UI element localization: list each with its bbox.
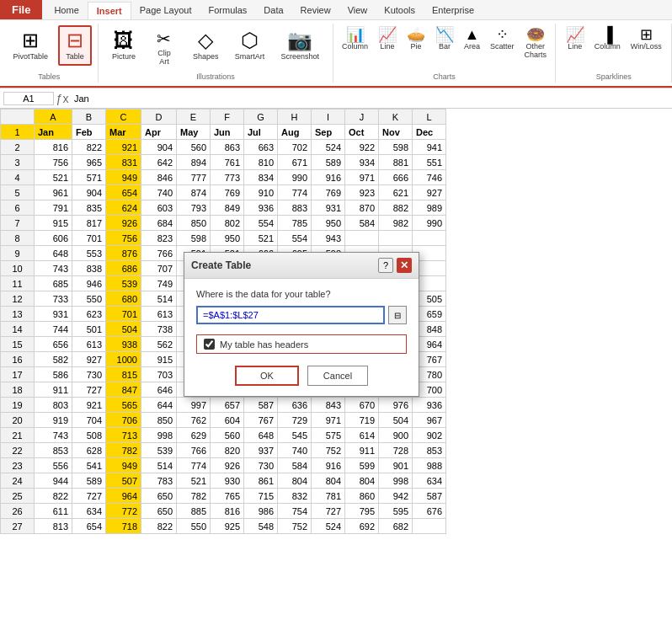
cell-21-7[interactable]: 648 [244, 428, 278, 443]
cell-4-9[interactable]: 916 [312, 170, 345, 185]
cell-8-9[interactable]: 943 [312, 231, 345, 246]
cell-21-3[interactable]: 713 [106, 428, 141, 443]
cell-3-11[interactable]: 881 [379, 155, 413, 170]
cell-5-10[interactable]: 923 [345, 185, 379, 200]
cell-10-3[interactable]: 686 [106, 261, 141, 276]
cell-5-11[interactable]: 621 [379, 185, 413, 200]
cell-2-11[interactable]: 598 [379, 140, 413, 155]
cell-27-12[interactable] [413, 519, 446, 534]
cell-5-2[interactable]: 904 [72, 185, 106, 200]
cell-19-12[interactable]: 936 [413, 398, 446, 413]
tab-data[interactable]: Data [255, 2, 291, 19]
cell-26-10[interactable]: 795 [345, 504, 379, 519]
cell-6-2[interactable]: 835 [72, 200, 106, 216]
cell-6-4[interactable]: 603 [141, 200, 177, 216]
cell-2-4[interactable]: 904 [141, 140, 177, 155]
cell-7-12[interactable]: 990 [413, 216, 446, 231]
tab-home[interactable]: Home [45, 2, 87, 19]
table-button[interactable]: ⊟ Table [58, 25, 92, 66]
cell-20-9[interactable]: 971 [312, 413, 345, 428]
cell-12-4[interactable]: 514 [141, 291, 177, 307]
cell-21-2[interactable]: 508 [72, 428, 106, 443]
cell-19-7[interactable]: 587 [244, 398, 278, 413]
cell-21-5[interactable]: 629 [177, 428, 211, 443]
cell-24-10[interactable]: 804 [345, 473, 379, 489]
cell-22-2[interactable]: 628 [72, 443, 106, 458]
cell-5-3[interactable]: 654 [106, 185, 141, 200]
col-header-c[interactable]: C [106, 110, 141, 125]
cell-21-10[interactable]: 614 [345, 428, 379, 443]
cell-24-9[interactable]: 804 [312, 473, 345, 489]
cell-3-5[interactable]: 894 [177, 155, 211, 170]
cell-6-1[interactable]: 791 [35, 200, 72, 216]
cell-13-1[interactable]: 931 [35, 307, 72, 322]
cell-27-1[interactable]: 813 [35, 519, 72, 534]
col-header-f[interactable]: F [211, 110, 244, 125]
cell-19-5[interactable]: 997 [177, 398, 211, 413]
bar-chart-button[interactable]: 📉 Bar [432, 25, 457, 52]
cell-14-1[interactable]: 744 [35, 322, 72, 337]
col-header-k[interactable]: K [379, 110, 413, 125]
cell-25-5[interactable]: 782 [177, 489, 211, 504]
cell-8-8[interactable]: 554 [278, 231, 312, 246]
tab-review[interactable]: Review [292, 2, 339, 19]
name-box[interactable] [3, 92, 54, 105]
cell-20-10[interactable]: 719 [345, 413, 379, 428]
cell-18-3[interactable]: 847 [106, 382, 141, 398]
file-tab[interactable]: File [0, 0, 42, 19]
cell-4-1[interactable]: 521 [35, 170, 72, 185]
cell-16-2[interactable]: 927 [72, 352, 106, 367]
cell-24-6[interactable]: 930 [211, 473, 244, 489]
cell-1-2[interactable]: Feb [72, 125, 106, 140]
cell-7-10[interactable]: 584 [345, 216, 379, 231]
cell-23-3[interactable]: 949 [106, 458, 141, 473]
cell-5-7[interactable]: 910 [244, 185, 278, 200]
cell-21-11[interactable]: 900 [379, 428, 413, 443]
cell-24-11[interactable]: 998 [379, 473, 413, 489]
cell-26-6[interactable]: 816 [211, 504, 244, 519]
cell-21-1[interactable]: 743 [35, 428, 72, 443]
cell-24-3[interactable]: 507 [106, 473, 141, 489]
cell-4-6[interactable]: 773 [211, 170, 244, 185]
cell-2-3[interactable]: 921 [106, 140, 141, 155]
cell-12-1[interactable]: 733 [35, 291, 72, 307]
cell-10-1[interactable]: 743 [35, 261, 72, 276]
cell-13-4[interactable]: 613 [141, 307, 177, 322]
smartart-button[interactable]: ⬡ SmartArt [228, 25, 271, 66]
formula-input[interactable] [71, 93, 669, 104]
cell-23-5[interactable]: 774 [177, 458, 211, 473]
other-charts-button[interactable]: 🍩 Other Charts [521, 25, 551, 61]
col-header-b[interactable]: B [72, 110, 106, 125]
cell-1-9[interactable]: Sep [312, 125, 345, 140]
cell-22-9[interactable]: 752 [312, 443, 345, 458]
cell-26-11[interactable]: 595 [379, 504, 413, 519]
cell-11-1[interactable]: 685 [35, 276, 72, 291]
cell-20-6[interactable]: 604 [211, 413, 244, 428]
cell-24-7[interactable]: 861 [244, 473, 278, 489]
cell-5-8[interactable]: 774 [278, 185, 312, 200]
cell-8-6[interactable]: 950 [211, 231, 244, 246]
cell-5-5[interactable]: 874 [177, 185, 211, 200]
cell-4-2[interactable]: 571 [72, 170, 106, 185]
cell-25-2[interactable]: 727 [72, 489, 106, 504]
cell-4-8[interactable]: 990 [278, 170, 312, 185]
cell-20-4[interactable]: 850 [141, 413, 177, 428]
headers-checkbox[interactable] [204, 339, 215, 350]
cell-26-1[interactable]: 611 [35, 504, 72, 519]
screenshot-button[interactable]: 📷 Screenshot [275, 25, 326, 66]
cell-26-4[interactable]: 650 [141, 504, 177, 519]
cell-5-1[interactable]: 961 [35, 185, 72, 200]
cell-20-2[interactable]: 704 [72, 413, 106, 428]
cell-9-4[interactable]: 766 [141, 246, 177, 261]
cell-6-5[interactable]: 793 [177, 200, 211, 216]
cell-3-12[interactable]: 551 [413, 155, 446, 170]
picture-button[interactable]: 🖼 Picture [105, 25, 141, 66]
cell-11-3[interactable]: 539 [106, 276, 141, 291]
cell-20-12[interactable]: 967 [413, 413, 446, 428]
cell-27-5[interactable]: 550 [177, 519, 211, 534]
cell-1-1[interactable]: Jan [35, 125, 72, 140]
cell-27-11[interactable]: 682 [379, 519, 413, 534]
cell-20-11[interactable]: 504 [379, 413, 413, 428]
cell-1-4[interactable]: Apr [141, 125, 177, 140]
cell-27-3[interactable]: 718 [106, 519, 141, 534]
